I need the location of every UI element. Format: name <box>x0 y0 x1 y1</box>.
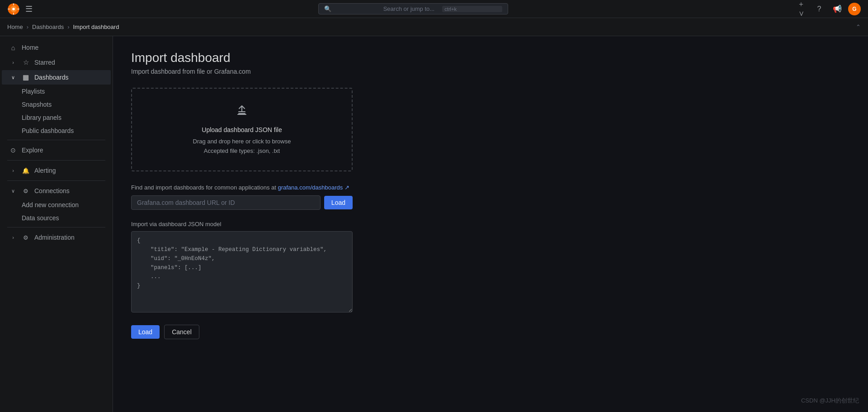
main-layout: ⌂ Home › ☆ Starred ∨ ▦ Dashboards Playli… <box>0 36 868 412</box>
topbar: ☰ 🔍 Search or jump to... ctrl+k ＋ ∨ ? 📢 … <box>0 0 868 18</box>
grafana-dashboards-link[interactable]: grafana.com/dashboards ↗ <box>278 184 349 191</box>
watermark: CSDN @JJH的创世纪 <box>801 397 859 405</box>
breadcrumb-bar: Home › Dashboards › Import dashboard ⌃ <box>0 18 868 36</box>
help-button[interactable]: ? <box>812 2 826 16</box>
breadcrumb-home[interactable]: Home <box>7 24 23 30</box>
page-subtitle: Import dashboard from file or Grafana.co… <box>131 68 850 75</box>
grafana-url-input[interactable] <box>131 195 321 210</box>
sidebar-item-administration[interactable]: › ⚙ Administration <box>2 230 111 245</box>
json-section: Import via dashboard JSON model { "title… <box>131 221 850 314</box>
add-connection-label: Add new connection <box>22 201 79 208</box>
administration-label: Administration <box>34 234 75 241</box>
find-label: Find and import dashboards for common ap… <box>131 184 850 191</box>
connections-icon: ⚙ <box>22 187 30 195</box>
add-icon: ＋ ∨ <box>794 0 808 19</box>
explore-icon: ⊙ <box>9 146 17 154</box>
playlists-label: Playlists <box>22 88 45 95</box>
sidebar-item-public-dashboards[interactable]: Public dashboards <box>2 124 111 137</box>
breadcrumb-dashboards[interactable]: Dashboards <box>32 24 64 30</box>
breadcrumb-sep-1: › <box>27 24 28 30</box>
search-icon: 🔍 <box>324 5 380 12</box>
sidebar-item-add-connection[interactable]: Add new connection <box>2 199 111 211</box>
sidebar-item-alerting[interactable]: › 🔔 Alerting <box>2 163 111 178</box>
sidebar-item-snapshots[interactable]: Snapshots <box>2 98 111 111</box>
library-panels-label: Library panels <box>22 114 61 121</box>
json-model-textarea[interactable]: { "title": "Example - Repeating Dictiona… <box>131 231 353 313</box>
chevron-right-icon: › <box>9 58 17 66</box>
sidebar-item-data-sources[interactable]: Data sources <box>2 212 111 224</box>
upload-icon <box>141 103 343 121</box>
search-bar[interactable]: 🔍 Search or jump to... ctrl+k <box>318 3 508 14</box>
upload-title: Upload dashboard JSON file <box>141 126 343 133</box>
collapse-breadcrumb-icon[interactable]: ⌃ <box>856 24 861 30</box>
sidebar: ⌂ Home › ☆ Starred ∨ ▦ Dashboards Playli… <box>0 36 113 412</box>
sidebar-item-dashboards[interactable]: ∨ ▦ Dashboards <box>2 70 111 85</box>
public-dashboards-label: Public dashboards <box>22 127 74 134</box>
user-avatar[interactable]: G <box>848 3 861 15</box>
sidebar-item-explore[interactable]: ⊙ Explore <box>2 143 111 157</box>
news-icon: 📢 <box>833 5 842 13</box>
chevron-down-connections-icon: ∨ <box>9 187 17 195</box>
find-section: Find and import dashboards for common ap… <box>131 184 850 210</box>
topbar-left: ☰ <box>7 3 33 15</box>
snapshots-label: Snapshots <box>22 101 52 108</box>
grafana-logo <box>7 3 20 15</box>
sidebar-item-library-panels[interactable]: Library panels <box>2 111 111 124</box>
sidebar-item-playlists[interactable]: Playlists <box>2 85 111 98</box>
dashboards-icon: ▦ <box>22 73 30 81</box>
explore-label: Explore <box>22 147 43 154</box>
add-button[interactable]: ＋ ∨ <box>794 2 808 16</box>
chevron-right-admin-icon: › <box>9 233 17 242</box>
topbar-right: ＋ ∨ ? 📢 G <box>794 2 861 16</box>
upload-hint-1: Drag and drop here or click to browse <box>141 137 343 147</box>
breadcrumb-current: Import dashboard <box>73 24 119 30</box>
find-label-prefix: Find and import dashboards for common ap… <box>131 184 278 191</box>
sidebar-divider-1 <box>7 140 105 140</box>
breadcrumb-sep-2: › <box>67 24 69 30</box>
svg-rect-9 <box>237 114 246 115</box>
svg-rect-8 <box>238 113 245 114</box>
sidebar-divider-4 <box>7 227 105 227</box>
sidebar-starred-label: Starred <box>34 59 55 66</box>
sidebar-divider-2 <box>7 160 105 161</box>
search-shortcut: ctrl+k <box>442 6 502 12</box>
search-placeholder: Search or jump to... <box>383 5 439 12</box>
data-sources-label: Data sources <box>22 214 59 222</box>
sidebar-item-starred[interactable]: › ☆ Starred <box>2 55 111 70</box>
sidebar-item-label: Home <box>22 44 38 51</box>
menu-toggle-icon[interactable]: ☰ <box>25 4 33 14</box>
alerting-icon: 🔔 <box>22 166 30 175</box>
connections-label: Connections <box>34 187 70 194</box>
main-content: Import dashboard Import dashboard from f… <box>113 36 868 412</box>
json-label: Import via dashboard JSON model <box>131 221 850 227</box>
find-load-button[interactable]: Load <box>324 196 353 209</box>
page-title: Import dashboard <box>131 51 850 65</box>
find-input-row: Load <box>131 195 353 210</box>
star-icon: ☆ <box>22 58 30 66</box>
upload-hint-2: Accepted file types: .json, .txt <box>141 147 343 156</box>
cancel-button[interactable]: Cancel <box>164 325 199 339</box>
news-button[interactable]: 📢 <box>830 2 844 16</box>
sidebar-item-connections[interactable]: ∨ ⚙ Connections <box>2 184 111 198</box>
alerting-label: Alerting <box>34 167 56 174</box>
sidebar-dashboards-label: Dashboards <box>34 74 69 81</box>
svg-point-2 <box>12 8 15 10</box>
action-buttons: Load Cancel <box>131 325 850 339</box>
administration-icon: ⚙ <box>22 233 30 242</box>
chevron-right-alerting-icon: › <box>9 166 17 175</box>
load-button[interactable]: Load <box>131 325 160 339</box>
breadcrumb: Home › Dashboards › Import dashboard <box>7 24 119 30</box>
help-icon: ? <box>817 5 821 13</box>
home-icon: ⌂ <box>9 43 17 52</box>
upload-zone[interactable]: Upload dashboard JSON file Drag and drop… <box>131 88 353 171</box>
sidebar-item-home[interactable]: ⌂ Home <box>2 40 111 55</box>
chevron-down-icon: ∨ <box>9 73 17 81</box>
sidebar-divider-3 <box>7 180 105 181</box>
